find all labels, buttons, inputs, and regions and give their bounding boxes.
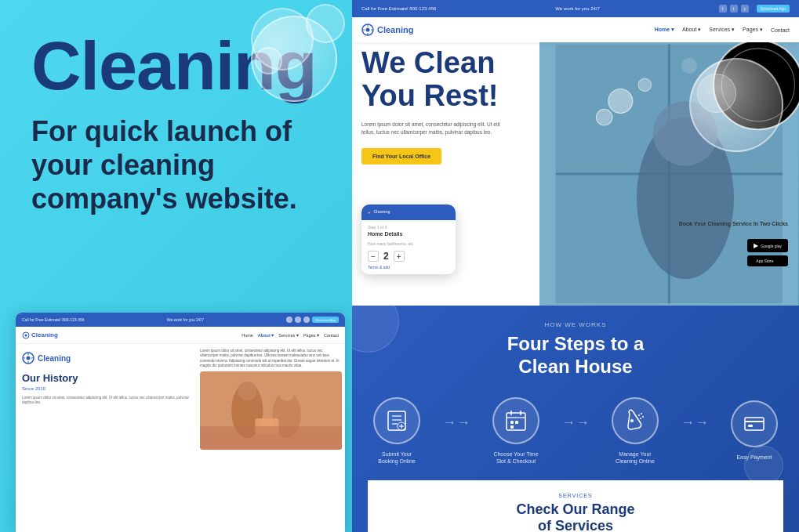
svg-point-1: [25, 334, 27, 336]
site-logo: Cleaning: [361, 24, 413, 36]
site-navbar: Cleaning Home ▾ About ▾ Services ▾ Pages…: [352, 17, 799, 42]
mini-right-content: Lorem ipsum dolor sit amet, consectetur …: [197, 344, 345, 532]
google-play-label: Google play: [761, 244, 782, 248]
step-2-icon-circle: [492, 397, 539, 444]
site-nav-home[interactable]: Home ▾: [655, 27, 674, 33]
svg-point-22: [638, 78, 652, 92]
mini-cleaning-image: [200, 371, 342, 450]
services-label: Services: [383, 493, 768, 498]
phone-step-title: Home Details: [368, 231, 449, 237]
mini-history-title: Our History: [22, 372, 191, 385]
site-nav-about[interactable]: About ▾: [682, 27, 701, 33]
mini-nav-pages: Pages ▾: [303, 333, 319, 338]
section-title-line2: Clean House: [518, 356, 632, 377]
mini-large-logo-text: Cleaning: [38, 354, 71, 363]
svg-point-3: [27, 356, 31, 360]
mini-topbar-center: We work for you 24/7: [167, 317, 204, 322]
google-play-icon: ▶: [754, 242, 758, 249]
step-3-label: Manage YourCleaning Online: [616, 451, 655, 465]
phone-logo-mini: 🧹 Cleaning: [368, 209, 449, 214]
site-nav-pages[interactable]: Pages ▾: [743, 27, 763, 33]
site-nav-contact[interactable]: Contact: [771, 27, 790, 33]
svg-point-21: [608, 89, 633, 114]
blue-bubble-2: [744, 446, 783, 485]
social-icon-facebook[interactable]: f: [719, 5, 727, 13]
phone-question: How many bathrooms, etc: [368, 241, 449, 246]
hero-section: Call for Free Estimate! 800-123-456 We w…: [352, 0, 799, 306]
svg-rect-44: [515, 421, 518, 424]
mini-topbar-left: Call for Free Estimate! 800-123-456: [22, 317, 84, 322]
section-title: Four Steps to a Clean House: [507, 333, 645, 378]
book-service-text: Book Your Cleaning Service In Two Clicks: [679, 220, 788, 227]
google-play-badge[interactable]: ▶ Google play: [747, 239, 788, 252]
mini-logo-icon: [22, 331, 30, 339]
counter-minus[interactable]: −: [368, 251, 379, 262]
services-title: Check Our Rangeof Services: [383, 501, 768, 532]
hero-content: We Clean You Rest! Lorem ipsum dolor sit…: [361, 47, 581, 165]
svg-rect-51: [745, 418, 764, 430]
mini-logo: Cleaning: [22, 331, 58, 339]
site-topbar-center: We work for you 24/7: [555, 6, 600, 11]
step-arrow-1: →→: [442, 414, 470, 431]
mini-lorem-right: Lorem ipsum dolor sit amet, consectetur …: [200, 349, 342, 368]
hero-bubble-xs: [681, 58, 697, 74]
cleaning-people-svg: [200, 371, 342, 450]
site-topbar-left: Call for Free Estimate! 800-123-456: [361, 6, 436, 11]
download-app-button[interactable]: Download App: [757, 5, 790, 13]
step-arrow-2: →→: [561, 414, 590, 431]
svg-rect-45: [510, 425, 514, 429]
svg-point-48: [641, 413, 642, 414]
mini-download-btn: Download App: [312, 317, 339, 323]
svg-point-47: [638, 414, 640, 416]
large-bubble-decoration: [251, 16, 337, 102]
svg-point-49: [642, 416, 644, 418]
step-2: Choose Your TimeSlot & Checkout: [477, 397, 555, 465]
site-nav-links: Home ▾ About ▾ Services ▾ Pages ▾ Contac…: [655, 27, 790, 33]
social-icon-youtube[interactable]: y: [741, 5, 749, 13]
site-social-icons: f t y: [719, 5, 749, 13]
phone-screen-top: 🧹 Cleaning: [361, 204, 456, 220]
mini-nav-home: Home: [242, 333, 253, 338]
mini-content: Cleaning Our History Since 2010 Lorem ip…: [16, 344, 345, 532]
svg-point-50: [640, 418, 641, 419]
app-store-badges: ▶ Google play App Store: [747, 239, 788, 266]
svg-rect-53: [748, 425, 753, 427]
calendar-icon: [504, 409, 528, 432]
mini-topbar: Call for Free Estimate! 800-123-456 We w…: [16, 313, 345, 327]
svg-rect-14: [200, 426, 342, 450]
site-logo-text: Cleaning: [377, 25, 413, 34]
site-nav-services[interactable]: Services ▾: [709, 27, 735, 33]
mini-nav-about: About ▾: [258, 333, 274, 338]
phone-mockup: 🧹 Cleaning Step 1 of 3 Home Details How …: [361, 204, 456, 274]
site-logo-icon: [361, 24, 374, 36]
hero-title: We Clean You Rest!: [361, 47, 581, 113]
section-label: How We Works: [544, 321, 606, 328]
mini-left-content: Cleaning Our History Since 2010 Lorem ip…: [16, 344, 197, 532]
services-section: Services Check Our Rangeof Services: [368, 480, 783, 532]
step-1-icon-circle: [373, 397, 420, 444]
svg-point-46: [630, 419, 634, 422]
hero-title-line1: We Clean: [361, 46, 495, 79]
hero-description: Lorem ipsum dolor sit amet, consectetur …: [361, 121, 503, 137]
hero-title-line2: You Rest!: [361, 79, 499, 112]
step-4-icon-circle: [731, 400, 778, 447]
mini-social-icon-tw: [295, 317, 301, 323]
mini-social-icon-yt: [303, 317, 310, 323]
find-office-button[interactable]: Find Your Local Office: [361, 148, 441, 165]
counter-value: 2: [383, 251, 389, 262]
app-store-badge[interactable]: App Store: [747, 255, 788, 266]
blue-bubble-3: [383, 493, 407, 516]
section-title-line1: Four Steps to a: [507, 333, 645, 354]
mini-navbar: Cleaning Home About ▾ Services ▾ Pages ▾…: [16, 327, 345, 344]
step-arrow-3: →→: [681, 414, 709, 431]
svg-point-10: [238, 382, 256, 400]
manage-icon: [623, 409, 647, 432]
phone-screen-body: Step 1 of 3 Home Details How many bathro…: [361, 220, 456, 274]
social-icon-twitter[interactable]: t: [730, 5, 738, 13]
step-3-icon-circle: [612, 397, 659, 444]
counter-plus[interactable]: +: [394, 251, 405, 262]
hero-bubble-sm: [697, 74, 736, 113]
mini-large-logo-icon: [22, 352, 35, 364]
svg-point-27: [366, 28, 370, 32]
phone-step-label: Step 1 of 3: [368, 225, 449, 230]
